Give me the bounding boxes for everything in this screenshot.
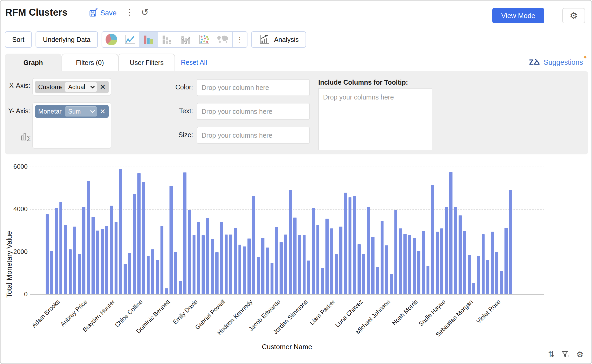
bar[interactable] [413, 238, 416, 294]
bar[interactable] [238, 245, 242, 294]
bar[interactable] [325, 219, 329, 294]
tooltip-columns-dropzone[interactable]: Drop your columns here [318, 88, 432, 150]
bar[interactable] [229, 235, 232, 294]
remove-x-column-icon[interactable]: ✕ [100, 83, 106, 91]
bar[interactable] [376, 267, 379, 294]
bar[interactable] [472, 283, 476, 294]
summarize-icon[interactable]: Σ [20, 132, 32, 143]
bar[interactable] [220, 222, 223, 294]
analysis-button[interactable]: Analysis [251, 31, 306, 48]
undo-icon[interactable]: ↺ [141, 7, 149, 18]
bar[interactable] [408, 235, 411, 294]
bar[interactable] [468, 255, 471, 294]
bar[interactable] [252, 196, 255, 294]
header-more-menu-icon[interactable]: ⋮ [126, 7, 134, 17]
bar[interactable] [46, 214, 49, 294]
bar[interactable] [137, 173, 141, 294]
tab-filters[interactable]: Filters (0) [62, 54, 118, 71]
bar[interactable] [394, 210, 398, 294]
bar[interactable] [482, 234, 485, 294]
bar[interactable] [174, 252, 177, 294]
bar[interactable] [454, 207, 457, 294]
sort-button[interactable]: Sort [5, 31, 32, 48]
bar[interactable] [491, 232, 494, 294]
bar[interactable] [128, 253, 131, 294]
bar[interactable] [312, 208, 315, 294]
bar[interactable] [124, 264, 127, 294]
bar[interactable] [293, 218, 297, 294]
bar[interactable] [266, 248, 269, 294]
bar[interactable] [275, 227, 278, 294]
x-axis-pill[interactable]: Customer N... Actual ✕ [35, 81, 109, 93]
bar[interactable] [367, 207, 370, 294]
bar[interactable] [142, 182, 145, 294]
bar[interactable] [316, 225, 320, 294]
color-dropzone[interactable]: Drop your column here [197, 79, 310, 96]
reset-all-link[interactable]: Reset All [181, 59, 207, 66]
world-map-icon[interactable] [214, 32, 232, 47]
bar[interactable] [381, 221, 384, 294]
tab-graph[interactable]: Graph [5, 54, 62, 71]
bar[interactable] [509, 190, 512, 294]
bar[interactable] [92, 217, 95, 294]
bar[interactable] [160, 226, 164, 294]
bar[interactable] [147, 256, 150, 294]
bar[interactable] [64, 225, 67, 294]
bar[interactable] [55, 208, 58, 294]
x-aggregate-select[interactable]: Actual [65, 82, 97, 92]
bar[interactable] [284, 235, 288, 294]
bar[interactable] [179, 281, 182, 294]
bar[interactable] [440, 228, 443, 294]
bar[interactable] [307, 261, 310, 294]
filter-add-icon[interactable] [561, 350, 569, 358]
bar[interactable] [50, 251, 53, 294]
bar[interactable] [417, 251, 420, 294]
save-button[interactable]: * Save [89, 8, 117, 18]
bar[interactable] [339, 227, 342, 294]
bar[interactable] [371, 237, 375, 294]
y-axis-dropzone[interactable]: Monetary Va... Sum ✕ [32, 102, 111, 149]
bar[interactable] [358, 244, 361, 294]
bar[interactable] [225, 235, 228, 294]
bar[interactable] [96, 231, 99, 294]
y-axis-pill[interactable]: Monetary Va... Sum ✕ [35, 105, 109, 118]
tab-user-filters[interactable]: User Filters [118, 54, 175, 71]
bar[interactable] [344, 193, 347, 294]
bar[interactable] [390, 274, 393, 294]
bar[interactable] [463, 231, 466, 294]
bar[interactable] [486, 260, 489, 294]
bar[interactable] [445, 207, 448, 294]
bar[interactable] [82, 207, 85, 294]
bar[interactable] [151, 249, 154, 294]
bar[interactable] [335, 254, 338, 294]
bar[interactable] [289, 190, 292, 294]
bar[interactable] [261, 238, 264, 294]
zia-suggestions-button[interactable]: Suggestions ✦ [529, 58, 587, 67]
bar[interactable] [426, 266, 430, 294]
pie-chart-icon[interactable] [102, 32, 121, 47]
bar[interactable] [110, 206, 113, 294]
bar[interactable] [69, 249, 72, 294]
bar[interactable] [73, 227, 76, 294]
y-aggregate-select[interactable]: Sum [65, 106, 97, 116]
bar[interactable] [156, 260, 159, 294]
more-chart-types-icon[interactable]: ⋮ [232, 32, 247, 47]
bar[interactable] [500, 271, 503, 294]
bar[interactable] [247, 239, 251, 294]
bar[interactable] [133, 194, 136, 294]
bar[interactable] [105, 226, 108, 294]
bar[interactable] [202, 235, 205, 294]
bar[interactable] [59, 202, 63, 294]
bar[interactable] [115, 222, 118, 294]
view-mode-button[interactable]: View Mode [492, 8, 544, 23]
bar[interactable] [206, 218, 210, 294]
bar[interactable] [211, 239, 214, 294]
bar[interactable] [504, 228, 508, 294]
bar[interactable] [215, 252, 219, 294]
stacked-bar-chart-icon[interactable] [158, 32, 176, 47]
bar[interactable] [436, 232, 439, 294]
bar[interactable] [280, 242, 283, 294]
bar[interactable] [87, 181, 90, 294]
bar[interactable] [403, 234, 407, 294]
bar[interactable] [495, 252, 498, 294]
